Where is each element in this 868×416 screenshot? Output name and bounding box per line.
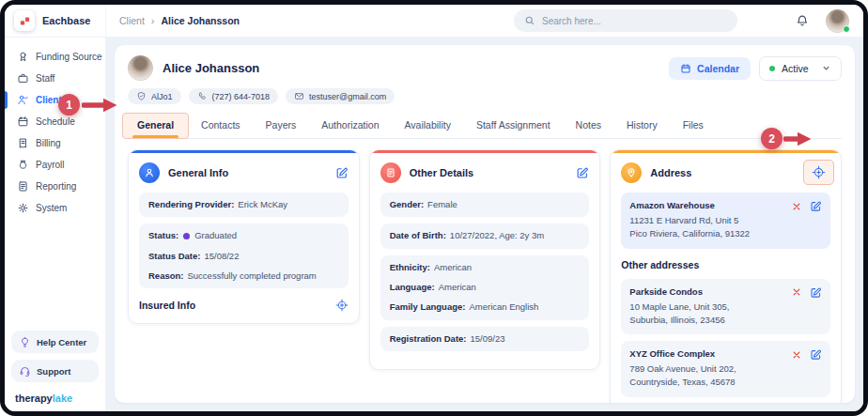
badge-icon bbox=[17, 51, 29, 63]
edit-icon bbox=[335, 166, 349, 179]
sidebar-label: Schedule bbox=[36, 116, 75, 127]
help-center-label: Help Center bbox=[37, 337, 86, 347]
add-insured-info-button[interactable] bbox=[335, 299, 349, 312]
briefcase-icon bbox=[17, 72, 29, 85]
search-input[interactable] bbox=[542, 16, 727, 26]
address-line2: Suburbia, Illinois, 23456 bbox=[629, 314, 822, 327]
x-icon bbox=[792, 350, 801, 360]
help-center-button[interactable]: Help Center bbox=[11, 331, 99, 353]
sidebar: Funding Source Staff Client Schedule Bil… bbox=[5, 38, 106, 411]
sidebar-item-schedule[interactable]: Schedule bbox=[5, 111, 105, 132]
address-title: Address bbox=[650, 167, 691, 178]
primary-address-item: Amazon Warehouse 11231 E Harvard Rd, Uni… bbox=[621, 193, 830, 249]
client-email-chip: testuser@gmail.com bbox=[286, 88, 395, 104]
money-bag-icon bbox=[17, 159, 29, 171]
client-status-dropdown[interactable]: Active bbox=[759, 56, 842, 81]
calendar-button-label: Calendar bbox=[697, 63, 739, 74]
edit-address-button[interactable] bbox=[810, 286, 822, 299]
delete-address-button[interactable] bbox=[792, 202, 801, 211]
address-line2: Countryside, Texas, 45678 bbox=[629, 376, 822, 389]
person-icon bbox=[139, 162, 160, 183]
breadcrumb-current-page: Alice Johansson bbox=[162, 15, 240, 26]
sidebar-item-system[interactable]: System bbox=[5, 197, 105, 219]
tab-payers[interactable]: Payers bbox=[266, 114, 297, 138]
address-item: Parkside Condos 10 Maple Lane, Unit 305,… bbox=[621, 279, 830, 335]
add-address-button[interactable] bbox=[812, 165, 826, 179]
edit-general-info-button[interactable] bbox=[335, 166, 349, 179]
document-icon bbox=[380, 162, 401, 183]
brand-area[interactable]: Eachbase bbox=[5, 5, 106, 37]
app-window: Eachbase Client › Alice Johansson bbox=[0, 0, 868, 416]
language-group-field: Ethnicity:American Language:American Fam… bbox=[380, 255, 590, 320]
lightbulb-icon bbox=[19, 336, 31, 348]
rendering-provider-field: Rendering Provider:Erick McKay bbox=[139, 193, 349, 217]
address-line1: 11231 E Harvard Rd, Unit 5 bbox=[629, 214, 822, 227]
sidebar-label: Billing bbox=[36, 138, 61, 148]
topbar: Eachbase Client › Alice Johansson bbox=[5, 5, 863, 38]
sidebar-item-reporting[interactable]: Reporting bbox=[5, 176, 105, 197]
address-line2: Pico Riviera, California, 91322 bbox=[629, 227, 822, 240]
graduated-status-dot bbox=[183, 233, 190, 239]
calendar-icon bbox=[680, 63, 691, 74]
address-line1: 10 Maple Lane, Unit 305, bbox=[629, 300, 822, 314]
annotation-highlight-add-address bbox=[803, 160, 834, 185]
person-check-icon bbox=[17, 94, 29, 106]
calendar-button[interactable]: Calendar bbox=[669, 57, 751, 80]
sidebar-item-staff[interactable]: Staff bbox=[5, 68, 105, 89]
tab-history[interactable]: History bbox=[627, 114, 658, 138]
tab-staff-assignment[interactable]: Staff Assignment bbox=[476, 114, 550, 138]
receipt-icon bbox=[17, 137, 29, 149]
tab-general[interactable]: General bbox=[137, 114, 174, 138]
eachbase-logo-icon bbox=[14, 10, 35, 31]
edit-address-button[interactable] bbox=[810, 200, 822, 212]
sidebar-item-funding-source[interactable]: Funding Source bbox=[5, 46, 105, 68]
delete-address-button[interactable] bbox=[792, 350, 801, 360]
location-pin-icon bbox=[621, 162, 642, 183]
headset-icon bbox=[19, 365, 31, 377]
shield-check-icon bbox=[136, 91, 147, 101]
address-item: XYZ Office Complex 789 Oak Avenue, Unit … bbox=[621, 341, 830, 397]
edit-other-details-button[interactable] bbox=[576, 166, 589, 179]
insured-info-label: Insured Info bbox=[139, 300, 195, 311]
plus-circle-icon bbox=[812, 165, 826, 179]
client-tabs: General Contacts Payers Authorization Av… bbox=[128, 114, 842, 139]
address-line1: 789 Oak Avenue, Unit 202, bbox=[629, 362, 822, 376]
document-icon bbox=[17, 180, 29, 193]
breadcrumb-client-link[interactable]: Client bbox=[119, 15, 145, 26]
tab-availability[interactable]: Availability bbox=[405, 114, 451, 138]
client-status-value: Active bbox=[782, 63, 809, 74]
client-avatar bbox=[128, 55, 153, 81]
other-details-card: Other Details Gender:Female Date of Birt… bbox=[369, 149, 601, 370]
notifications-bell-icon[interactable] bbox=[796, 14, 809, 27]
sidebar-label: System bbox=[36, 203, 67, 213]
main-content: Alice Johansson Calendar Active bbox=[106, 38, 863, 411]
sidebar-item-payroll[interactable]: Payroll bbox=[5, 154, 105, 176]
tab-notes[interactable]: Notes bbox=[576, 114, 601, 138]
other-addresses-heading: Other addresses bbox=[621, 259, 830, 270]
delete-address-button[interactable] bbox=[792, 287, 801, 297]
sidebar-item-billing[interactable]: Billing bbox=[5, 132, 105, 154]
tab-files[interactable]: Files bbox=[683, 114, 704, 138]
user-avatar[interactable] bbox=[826, 9, 849, 33]
brand-name: Eachbase bbox=[42, 15, 90, 26]
edit-icon bbox=[810, 348, 822, 361]
annotation-step-1-badge: 1 bbox=[58, 94, 80, 116]
envelope-icon bbox=[294, 91, 304, 101]
tab-contacts[interactable]: Contacts bbox=[201, 114, 240, 138]
general-info-card: General Info Rendering Provider:Erick Mc… bbox=[128, 149, 360, 324]
online-status-dot bbox=[843, 25, 850, 33]
support-button[interactable]: Support bbox=[11, 360, 99, 382]
x-icon bbox=[792, 202, 801, 211]
sidebar-label: Payroll bbox=[36, 160, 65, 170]
edit-icon bbox=[810, 286, 822, 299]
gear-icon bbox=[17, 202, 29, 214]
global-search[interactable] bbox=[514, 9, 737, 32]
edit-icon bbox=[576, 166, 589, 179]
annotation-step-2-badge: 2 bbox=[761, 128, 783, 149]
plus-circle-icon bbox=[335, 299, 349, 312]
tab-authorization[interactable]: Authorization bbox=[321, 114, 379, 138]
client-phone-value: (727) 644-7018 bbox=[212, 92, 271, 101]
edit-address-button[interactable] bbox=[810, 348, 822, 361]
client-id-value: AlJo1 bbox=[151, 92, 173, 101]
client-name: Alice Johansson bbox=[163, 61, 259, 75]
